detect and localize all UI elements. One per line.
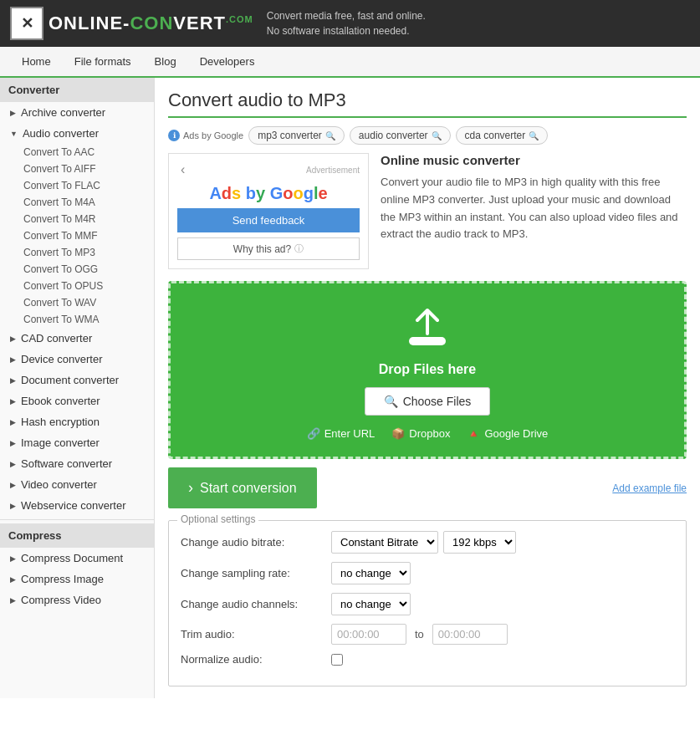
channels-controls: no change [331,593,411,615]
sidebar-sub-convert-mmf[interactable]: Convert To MMF [12,227,154,244]
drop-zone-links: 🔗 Enter URL 📦 Dropbox 🔺 Google Drive [187,427,667,440]
search-icon-tab1: 🔍 [432,131,442,140]
content-area: Convert audio to MP3 ℹ Ads by Google mp3… [155,78,700,698]
start-conversion-button[interactable]: › Start conversion [168,467,317,508]
sidebar-sub-convert-mp3[interactable]: Convert To MP3 [12,244,154,261]
add-example-file-link[interactable]: Add example file [612,482,687,494]
normalize-label: Normalize audio: [181,653,331,666]
ad-nav-prev[interactable]: ‹ [177,162,188,177]
settings-legend: Optional settings [177,513,258,525]
ads-label: ℹ Ads by Google [168,130,243,141]
link-icon: 🔗 [307,427,320,440]
setting-normalize: Normalize audio: [181,653,674,666]
info-title: Online music converter [381,153,687,167]
sidebar-item-webservice-converter[interactable]: Webservice converter [0,495,154,516]
main-layout: Converter Archive converter Audio conver… [0,78,700,698]
trim-start-input[interactable] [331,624,406,645]
sidebar-item-image-converter[interactable]: Image converter [0,432,154,453]
tab-mp3-converter[interactable]: mp3 converter 🔍 [248,126,345,145]
google-drive-link[interactable]: 🔺 Google Drive [467,427,548,440]
sidebar-sub-convert-aac[interactable]: Convert To AAC [12,144,154,161]
dropbox-link[interactable]: 📦 Dropbox [391,427,450,440]
sampling-label: Change sampling rate: [181,567,331,579]
sidebar-item-hash-encryption[interactable]: Hash encryption [0,411,154,432]
choose-files-button[interactable]: 🔍 Choose Files [365,387,491,416]
why-this-ad-button[interactable]: Why this ad? ⓘ [177,237,360,260]
sidebar-item-device-converter[interactable]: Device converter [0,349,154,370]
nav-developers[interactable]: Developers [188,47,267,76]
dropbox-icon: 📦 [391,427,405,440]
sampling-controls: no change [331,562,411,584]
nav-home[interactable]: Home [10,47,63,76]
sidebar-item-audio-converter[interactable]: Audio converter [0,123,154,144]
sidebar-item-document-converter[interactable]: Document converter [0,370,154,390]
sampling-select[interactable]: no change [331,562,411,584]
sidebar-item-cad-converter[interactable]: CAD converter [0,328,154,349]
search-icon-choose: 🔍 [384,395,398,408]
sidebar-item-software-converter[interactable]: Software converter [0,453,154,474]
ad-info-row: ‹ Advertisement Ads by Google Send feedb… [168,153,687,269]
drop-zone[interactable]: Drop Files here 🔍 Choose Files 🔗 Enter U… [168,281,687,459]
sidebar-sub-convert-ogg[interactable]: Convert To OGG [12,261,154,278]
sidebar-sub-convert-wma[interactable]: Convert To WMA [12,311,154,328]
sidebar-sub-convert-opus[interactable]: Convert To OPUS [12,278,154,294]
normalize-controls [331,654,343,666]
trim-end-input[interactable] [432,624,508,645]
tab-cda-converter[interactable]: cda converter 🔍 [456,126,549,145]
header-tagline: Convert media free, fast and online. No … [267,8,426,38]
setting-channels: Change audio channels: no change [181,593,674,615]
trim-controls: to [331,624,508,645]
sidebar-item-compress-document[interactable]: Compress Document [0,548,154,569]
upload-icon [187,307,667,357]
send-feedback-button[interactable]: Send feedback [177,208,360,232]
sidebar-sub-convert-aiff[interactable]: Convert To AIFF [12,161,154,177]
trim-to-label: to [411,628,427,640]
ad-box-header: ‹ Advertisement [177,162,360,177]
tab-audio-converter[interactable]: audio converter 🔍 [350,126,451,145]
nav-file-formats[interactable]: File formats [63,47,143,76]
search-icon-tab2: 🔍 [529,131,539,140]
page-title: Convert audio to MP3 [168,89,687,118]
trim-label: Trim audio: [181,628,331,640]
bitrate-value-select[interactable]: 192 kbps [443,531,516,554]
search-icon-tab0: 🔍 [325,131,335,140]
header: ✕ ONLINE-CONVERT.COM Convert media free,… [0,0,700,47]
sidebar-sub-convert-flac[interactable]: Convert To FLAC [12,177,154,194]
bitrate-label: Change audio bitrate: [181,536,331,549]
bitrate-type-select[interactable]: Constant Bitrate [331,531,438,554]
sidebar-audio-submenu: Convert To AAC Convert To AIFF Convert T… [0,144,154,328]
bitrate-controls: Constant Bitrate 192 kbps [331,531,516,554]
sidebar-sub-convert-m4r[interactable]: Convert To M4R [12,211,154,227]
sidebar-section-compress: Compress [0,523,154,548]
sidebar-item-archive-converter[interactable]: Archive converter [0,102,154,123]
google-drive-icon: 🔺 [467,427,480,440]
nav-blog[interactable]: Blog [143,47,188,76]
sidebar-sub-convert-m4a[interactable]: Convert To M4A [12,194,154,211]
tabs-row: ℹ Ads by Google mp3 converter 🔍 audio co… [168,126,687,145]
channels-select[interactable]: no change [331,593,411,615]
optional-settings: Optional settings Change audio bitrate: … [168,520,687,686]
setting-bitrate: Change audio bitrate: Constant Bitrate 1… [181,531,674,554]
sidebar-sub-convert-wav[interactable]: Convert To WAV [12,294,154,311]
main-nav: Home File formats Blog Developers [0,47,700,78]
sidebar-divider [0,519,154,520]
info-icon: ℹ [168,130,180,141]
info-circle-icon: ⓘ [294,242,304,255]
channels-label: Change audio channels: [181,598,331,610]
chevron-right-icon: › [188,479,193,497]
logo-text: ONLINE-CONVERT.COM [49,13,253,34]
setting-sampling: Change sampling rate: no change [181,562,674,584]
info-text: Convert your audio file to MP3 in high q… [381,174,687,243]
sidebar-section-converter: Converter [0,78,154,102]
ad-box: ‹ Advertisement Ads by Google Send feedb… [168,153,369,269]
svg-rect-0 [409,337,446,345]
logo-icon: ✕ [10,7,43,40]
enter-url-link[interactable]: 🔗 Enter URL [307,427,376,440]
advertisement-label: Advertisement [306,166,360,175]
normalize-checkbox[interactable] [331,654,343,666]
conversion-row: › Start conversion Add example file [168,467,687,508]
sidebar-item-compress-video[interactable]: Compress Video [0,589,154,610]
sidebar-item-video-converter[interactable]: Video converter [0,474,154,495]
sidebar-item-compress-image[interactable]: Compress Image [0,569,154,589]
sidebar-item-ebook-converter[interactable]: Ebook converter [0,390,154,411]
